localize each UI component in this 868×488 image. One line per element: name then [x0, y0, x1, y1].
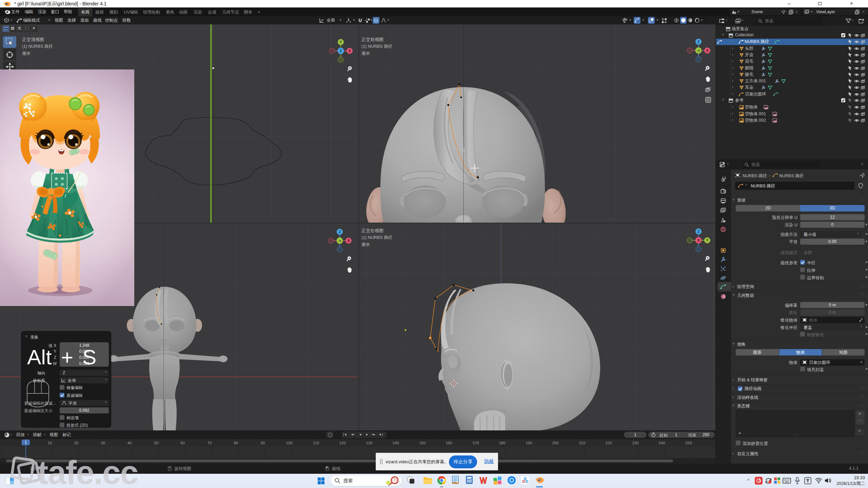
svg-text:Z: Z: [339, 230, 341, 234]
svg-text:Y: Y: [340, 40, 342, 44]
svg-text:Z: Z: [697, 40, 699, 44]
svg-text:-Y: -Y: [338, 239, 341, 243]
svg-text:Y: Y: [706, 239, 709, 242]
svg-text:-Y: -Y: [697, 49, 700, 53]
svg-text:X: X: [706, 49, 709, 53]
svg-text:X: X: [697, 239, 700, 242]
svg-text:X: X: [349, 49, 351, 53]
svg-text:X: X: [348, 239, 350, 243]
svg-text:Z: Z: [340, 49, 342, 53]
svg-text:Z: Z: [697, 230, 699, 233]
